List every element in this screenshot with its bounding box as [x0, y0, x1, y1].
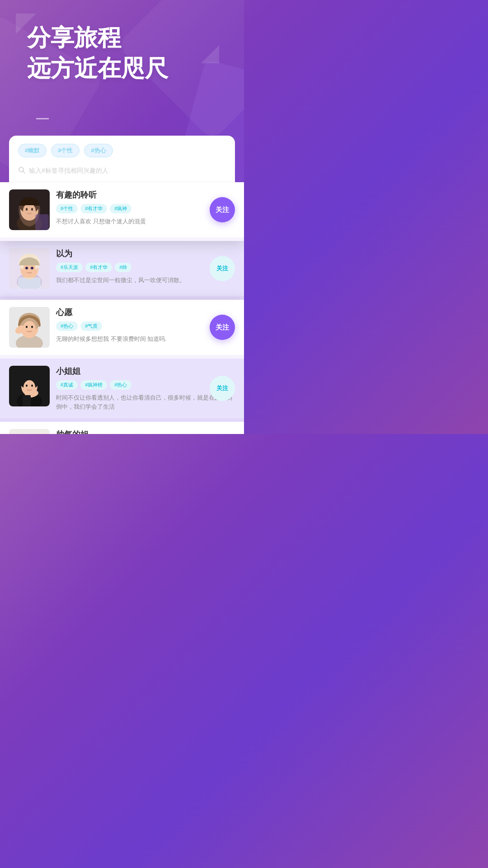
- tags-filter-bar: #幽默 #个性 #热心: [9, 136, 235, 163]
- follow-button-1[interactable]: 关注: [210, 256, 235, 281]
- hero-section: 分享旅程 远方近在咫尺 —: [0, 23, 244, 84]
- user-card-0: 有趣的聆听 #个性 #有才华 #疯神 不想讨人喜欢 只想做个迷人的混蛋 关注: [0, 182, 244, 241]
- user-card-4: 帅气的姐 #有才华 #真诚 #内心 关注: [0, 422, 244, 434]
- user-tag-3-0: #真诚: [56, 380, 78, 390]
- user-tag-1-0: #乐天派: [56, 263, 83, 272]
- avatar-2: [9, 307, 50, 348]
- avatar-img-0: [9, 189, 50, 230]
- user-tags-0: #个性 #有才华 #疯神: [56, 204, 235, 213]
- user-tags-3: #真诚 #疯神榜 #热心: [56, 380, 235, 390]
- avatar-img-2: [9, 307, 50, 348]
- user-tags-2: #热心 #气质: [56, 321, 235, 331]
- hero-title: 分享旅程 远方近在咫尺: [27, 23, 244, 84]
- user-name-4: 帅气的姐: [56, 429, 235, 434]
- user-tag-0-0: #个性: [56, 204, 78, 213]
- user-name-2: 心愿: [56, 307, 235, 318]
- user-info-0: 有趣的聆听 #个性 #有才华 #疯神 不想讨人喜欢 只想做个迷人的混蛋: [56, 189, 235, 226]
- user-tag-0-2: #疯神: [110, 204, 131, 213]
- user-card-3: 小姐姐 #真诚 #疯神榜 #热心 时间不仅让你看透别人，也让你看清自己，很多时候…: [0, 359, 244, 422]
- svg-rect-11: [35, 214, 49, 230]
- filter-tag-0[interactable]: #幽默: [18, 144, 47, 157]
- user-info-3: 小姐姐 #真诚 #疯神榜 #热心 时间不仅让你看透别人，也让你看清自己，很多时候…: [56, 366, 235, 411]
- svg-rect-38: [23, 395, 31, 406]
- user-bio-1: 我们都不过是尘世间一粒微尘，风一吹便可消散。: [56, 276, 235, 285]
- avatar-img-1: [9, 248, 50, 289]
- user-name-3: 小姐姐: [56, 366, 235, 377]
- user-info-4: 帅气的姐 #有才华 #真诚 #内心: [56, 429, 235, 434]
- user-bio-3: 时间不仅让你看透别人，也让你看清自己，很多时候，就是在跌跌倒倒中，我们学会了生活: [56, 393, 235, 411]
- svg-point-19: [25, 267, 28, 269]
- user-card-2: 心愿 #热心 #气质 无聊的时候多想想我 不要浪费时间 知道吗. 关注: [0, 300, 244, 359]
- user-tag-3-1: #疯神榜: [80, 380, 107, 390]
- user-name-0: 有趣的聆听: [56, 189, 235, 200]
- search-bar[interactable]: 输入#标签寻找相同兴趣的人: [9, 163, 235, 182]
- user-tag-1-2: #帅: [115, 263, 131, 272]
- svg-point-20: [30, 267, 34, 269]
- svg-point-35: [26, 385, 28, 387]
- follow-button-0[interactable]: 关注: [210, 197, 235, 222]
- user-info-1: 以为 #乐天派 #有才华 #帅 我们都不过是尘世间一粒微尘，风一吹便可消散。: [56, 248, 235, 285]
- user-tags-1: #乐天派 #有才华 #帅: [56, 263, 235, 272]
- user-tag-2-0: #热心: [56, 321, 78, 331]
- avatar-img-3: [9, 366, 50, 406]
- user-card-1: 以为 #乐天派 #有才华 #帅 我们都不过是尘世间一粒微尘，风一吹便可消散。 关…: [0, 241, 244, 300]
- search-placeholder: 输入#标签寻找相同兴趣的人: [29, 167, 108, 175]
- user-list: 有趣的聆听 #个性 #有才华 #疯神 不想讨人喜欢 只想做个迷人的混蛋 关注: [0, 182, 244, 434]
- svg-line-3: [23, 171, 25, 173]
- hero-dash: —: [36, 111, 49, 125]
- filter-tag-2[interactable]: #热心: [84, 144, 113, 157]
- user-tag-2-1: #气质: [80, 321, 102, 331]
- avatar-0: [9, 189, 50, 230]
- user-tag-0-1: #有才华: [80, 204, 107, 213]
- svg-rect-21: [18, 278, 41, 289]
- hero-line1: 分享旅程: [27, 23, 244, 53]
- user-tag-3-2: #热心: [110, 380, 131, 390]
- hero-line2: 远方近在咫尺: [27, 53, 244, 84]
- filter-tag-1[interactable]: #个性: [51, 144, 80, 157]
- svg-point-28: [31, 326, 33, 328]
- avatar-1: [9, 248, 50, 289]
- follow-button-3[interactable]: 关注: [210, 376, 235, 401]
- user-tag-1-1: #有才华: [85, 263, 112, 272]
- avatar-4: [9, 429, 50, 434]
- svg-point-27: [26, 326, 28, 328]
- svg-rect-39: [9, 429, 50, 434]
- search-icon: [18, 166, 25, 175]
- card-container: #幽默 #个性 #热心 输入#标签寻找相同兴趣的人: [0, 136, 244, 434]
- user-name-1: 以为: [56, 248, 235, 259]
- avatar-img-4: [9, 429, 50, 434]
- user-info-2: 心愿 #热心 #气质 无聊的时候多想想我 不要浪费时间 知道吗.: [56, 307, 235, 344]
- user-bio-0: 不想讨人喜欢 只想做个迷人的混蛋: [56, 217, 235, 226]
- follow-button-2[interactable]: 关注: [210, 315, 235, 340]
- svg-point-36: [31, 385, 33, 387]
- avatar-3: [9, 366, 50, 406]
- user-bio-2: 无聊的时候多想想我 不要浪费时间 知道吗.: [56, 335, 235, 344]
